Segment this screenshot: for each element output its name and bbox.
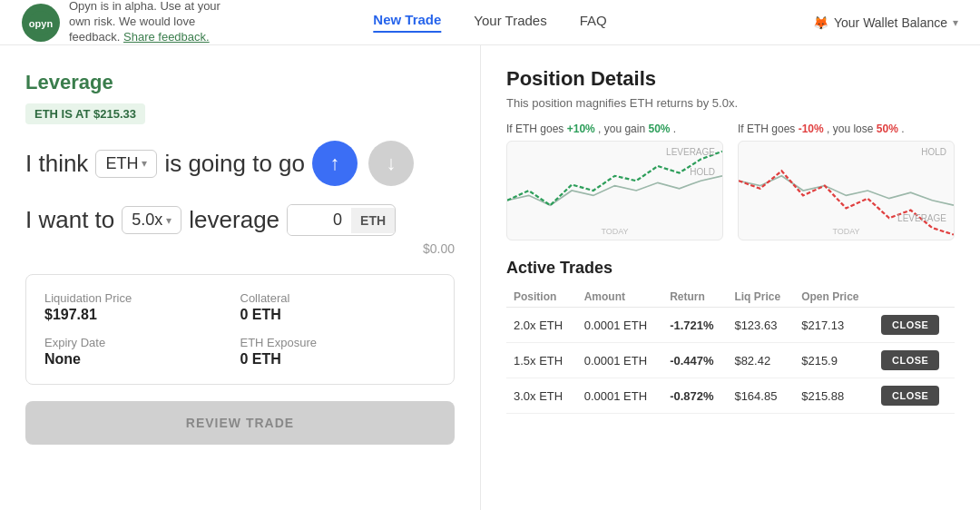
dollar-value: $0.00	[25, 241, 455, 256]
logo-area: opyn Opyn is in alpha. Use at your own r…	[22, 0, 232, 45]
wallet-emoji: 🦊	[813, 15, 828, 30]
expiry-date-stat: Expiry Date None	[44, 336, 240, 368]
review-trade-button[interactable]: REVIEW TRADE	[25, 401, 455, 445]
scenario-down-text: If ETH goes -10% , you lose 50% .	[738, 123, 955, 135]
col-amount: Amount	[577, 287, 662, 308]
feedback-link[interactable]: Share feedback.	[123, 30, 210, 44]
expiry-date-value: None	[44, 351, 240, 368]
collateral-label: Collateral	[240, 291, 436, 305]
chart-hold-label-right: HOLD	[921, 147, 946, 157]
eth-price-badge: ETH IS AT $215.33	[25, 103, 145, 124]
opyn-logo: opyn	[22, 4, 60, 42]
sentence1-suffix: is going to go	[164, 150, 305, 178]
main-content: Leverage ETH IS AT $215.33 I think ETH ▾…	[0, 45, 980, 510]
leverage-title: Leverage	[25, 71, 455, 94]
col-return: Return	[662, 287, 727, 308]
eth-exposure-stat: ETH Exposure 0 ETH	[240, 336, 436, 368]
right-panel: Position Details This position magnifies…	[481, 45, 980, 510]
leverage-dropdown-icon: ▾	[166, 214, 172, 227]
table-row: 2.0x ETH 0.0001 ETH -1.721% $123.63 $217…	[506, 308, 955, 343]
asset-dropdown-icon: ▾	[142, 157, 147, 170]
cell-open-price: $215.88	[794, 378, 874, 414]
active-trades-title: Active Trades	[506, 259, 955, 278]
cell-position: 1.5x ETH	[506, 343, 577, 378]
asset-value: ETH	[105, 154, 138, 173]
header: opyn Opyn is in alpha. Use at your own r…	[0, 0, 980, 45]
close-button-1[interactable]: CLOSE	[881, 350, 939, 370]
close-button-2[interactable]: CLOSE	[881, 386, 939, 406]
scenario-down: If ETH goes -10% , you lose 50% . HOLD L…	[738, 123, 955, 240]
chevron-down-icon: ▾	[953, 16, 958, 29]
col-action	[874, 287, 955, 308]
btn-up[interactable]: ↑	[312, 141, 358, 186]
amount-input-box: 0 ETH	[287, 204, 396, 236]
eth-exposure-value: 0 ETH	[240, 351, 436, 368]
trades-tbody: 2.0x ETH 0.0001 ETH -1.721% $123.63 $217…	[506, 308, 955, 414]
cell-liq-price: $82.42	[727, 343, 794, 378]
table-header-row: Position Amount Return Liq Price Open Pr…	[506, 287, 955, 308]
col-liq-price: Liq Price	[727, 287, 794, 308]
cell-amount: 0.0001 ETH	[577, 343, 662, 378]
scenario-up: If ETH goes +10% , you gain 50% . LEVERA…	[506, 123, 723, 240]
nav-your-trades[interactable]: Your Trades	[474, 13, 546, 32]
leverage-row: I want to 5.0x ▾ leverage 0 ETH	[25, 204, 455, 236]
cell-open-price: $215.9	[794, 343, 874, 378]
scenario-up-text: If ETH goes +10% , you gain 50% .	[506, 123, 723, 135]
chart-today-label-left: TODAY	[601, 227, 628, 236]
cell-amount: 0.0001 ETH	[577, 308, 662, 343]
position-details-title: Position Details	[506, 67, 955, 91]
sentence1-prefix: I think	[25, 150, 88, 178]
asset-selector[interactable]: ETH ▾	[95, 150, 157, 178]
arrow-up-icon: ↑	[330, 152, 340, 175]
nav-faq[interactable]: FAQ	[580, 13, 607, 32]
amount-input[interactable]: 0	[288, 205, 351, 235]
svg-text:opyn: opyn	[29, 18, 54, 29]
cell-liq-price: $164.85	[727, 378, 794, 414]
expiry-date-label: Expiry Date	[44, 336, 240, 349]
position-subtitle: This position magnifies ETH returns by 5…	[506, 96, 955, 110]
arrow-down-icon: ↓	[387, 152, 397, 175]
trades-table: Position Amount Return Liq Price Open Pr…	[506, 287, 955, 414]
liquidation-price-stat: Liquidation Price $197.81	[44, 291, 240, 323]
cell-open-price: $217.13	[794, 308, 874, 343]
sentence2-verb: leverage	[189, 206, 279, 234]
collateral-stat: Collateral 0 ETH	[240, 291, 436, 323]
table-row: 3.0x ETH 0.0001 ETH -0.872% $164.85 $215…	[506, 378, 955, 414]
chart-up: LEVERAGE HOLD TODAY	[506, 141, 723, 240]
cell-amount: 0.0001 ETH	[577, 378, 662, 414]
cell-return: -0.872%	[662, 378, 727, 414]
col-position: Position	[506, 287, 577, 308]
scenarios: If ETH goes +10% , you gain 50% . LEVERA…	[506, 123, 955, 240]
col-open-price: Open Price	[794, 287, 874, 308]
cell-return: -0.447%	[662, 343, 727, 378]
leverage-selector[interactable]: 5.0x ▾	[122, 206, 181, 234]
wallet-balance[interactable]: 🦊 Your Wallet Balance ▾	[813, 15, 958, 30]
liquidation-price-label: Liquidation Price	[44, 291, 240, 305]
collateral-value: 0 ETH	[240, 307, 436, 323]
chart-today-label-right: TODAY	[832, 227, 859, 236]
cell-position: 3.0x ETH	[506, 378, 577, 414]
wallet-label: Your Wallet Balance	[834, 15, 947, 30]
cell-close: CLOSE	[874, 308, 955, 343]
main-nav: New Trade Your Trades FAQ	[373, 12, 606, 33]
close-button-0[interactable]: CLOSE	[881, 315, 939, 335]
stats-box: Liquidation Price $197.81 Collateral 0 E…	[25, 274, 455, 385]
cell-return: -1.721%	[662, 308, 727, 343]
logo-tagline: Opyn is in alpha. Use at your own risk. …	[69, 0, 232, 45]
btn-down[interactable]: ↓	[368, 141, 414, 186]
cell-close: CLOSE	[874, 343, 955, 378]
sentence2-prefix: I want to	[25, 206, 114, 234]
leverage-value: 5.0x	[132, 211, 162, 230]
chart-leverage-label: LEVERAGE	[666, 147, 715, 157]
chart-leverage-label-right: LEVERAGE	[897, 213, 946, 223]
trade-sentence-1: I think ETH ▾ is going to go ↑ ↓	[25, 141, 455, 186]
cell-close: CLOSE	[874, 378, 955, 414]
table-row: 1.5x ETH 0.0001 ETH -0.447% $82.42 $215.…	[506, 343, 955, 378]
liquidation-price-value: $197.81	[44, 307, 240, 323]
chart-down: HOLD LEVERAGE TODAY	[738, 141, 955, 240]
stats-grid: Liquidation Price $197.81 Collateral 0 E…	[44, 291, 436, 368]
direction-buttons: ↑ ↓	[312, 141, 414, 186]
nav-new-trade[interactable]: New Trade	[373, 12, 441, 33]
eth-label-inside: ETH	[351, 208, 395, 233]
chart-hold-label: HOLD	[690, 167, 715, 177]
